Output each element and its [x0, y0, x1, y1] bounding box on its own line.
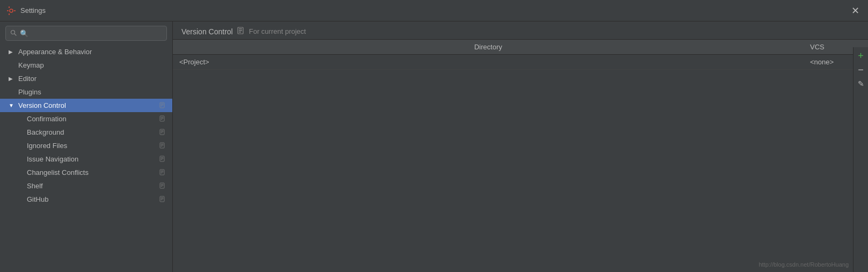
- svg-rect-17: [161, 131, 164, 132]
- search-input[interactable]: [20, 30, 162, 38]
- sidebar-label-editor: Editor: [18, 75, 37, 83]
- svg-rect-16: [161, 130, 164, 131]
- table-row[interactable]: <Project> <none>: [173, 55, 868, 70]
- sidebar-label-keymap: Keymap: [18, 61, 44, 69]
- sidebar-label-background: Background: [27, 128, 64, 136]
- content-title: Version Control: [181, 27, 233, 36]
- cell-directory: <Project>: [173, 58, 804, 66]
- svg-rect-42: [239, 32, 241, 33]
- sidebar-item-background[interactable]: Background: [0, 126, 172, 139]
- content-header: Version Control For current project: [173, 21, 868, 40]
- sidebar-item-appearance[interactable]: ▶Appearance & Behavior: [0, 45, 172, 58]
- sidebar-item-issue-navigation[interactable]: Issue Navigation: [0, 152, 172, 166]
- vc-table: Directory VCS <Project> <none>: [173, 40, 868, 272]
- svg-rect-18: [161, 133, 163, 133]
- page-icon-background: [159, 129, 166, 136]
- svg-rect-10: [161, 106, 163, 106]
- sidebar-label-appearance: Appearance & Behavior: [18, 48, 92, 56]
- page-icon-version-control: [159, 102, 166, 109]
- svg-rect-41: [239, 30, 242, 31]
- svg-rect-14: [161, 119, 163, 120]
- svg-rect-1: [9, 13, 10, 15]
- sidebar: ▶Appearance & BehaviorKeymap▶EditorPlugi…: [0, 21, 173, 272]
- svg-rect-9: [161, 105, 164, 105]
- svg-rect-12: [161, 117, 164, 117]
- svg-rect-2: [7, 10, 9, 11]
- sidebar-label-shelf: Shelf: [27, 182, 43, 190]
- svg-rect-20: [161, 144, 164, 144]
- svg-rect-24: [161, 157, 164, 158]
- svg-rect-30: [161, 173, 163, 173]
- svg-rect-3: [14, 10, 16, 11]
- window-title: Settings: [20, 6, 46, 14]
- watermark: http://blog.csdn.net/RobertoHuang: [758, 261, 849, 268]
- search-box[interactable]: [5, 26, 167, 41]
- sidebar-item-editor[interactable]: ▶Editor: [0, 72, 172, 85]
- page-icon-confirmation: [159, 115, 166, 123]
- svg-rect-37: [161, 199, 164, 199]
- content-header-icon: [237, 27, 245, 36]
- svg-rect-38: [161, 200, 163, 200]
- sidebar-label-plugins: Plugins: [18, 88, 41, 96]
- svg-rect-13: [161, 118, 164, 119]
- sidebar-items-container: ▶Appearance & BehaviorKeymap▶EditorPlugi…: [0, 45, 172, 206]
- main-layout: ▶Appearance & BehaviorKeymap▶EditorPlugi…: [0, 21, 868, 272]
- svg-rect-8: [161, 104, 164, 104]
- svg-rect-22: [161, 146, 163, 146]
- close-button[interactable]: ✕: [849, 4, 862, 17]
- svg-rect-36: [161, 197, 164, 198]
- page-icon-github: [159, 196, 166, 203]
- svg-rect-26: [161, 159, 163, 160]
- sidebar-item-github[interactable]: GitHub: [0, 193, 172, 206]
- arrow-icon-version-control: ▼: [9, 102, 15, 108]
- sidebar-item-ignored-files[interactable]: Ignored Files: [0, 139, 172, 152]
- remove-button[interactable]: −: [855, 63, 867, 76]
- sidebar-item-keymap[interactable]: Keymap: [0, 58, 172, 72]
- svg-rect-29: [161, 172, 164, 172]
- page-icon-shelf: [159, 182, 166, 190]
- sidebar-item-plugins[interactable]: Plugins: [0, 85, 172, 99]
- content-area: Version Control For current project Dire…: [173, 21, 868, 272]
- sidebar-label-issue-navigation: Issue Navigation: [27, 155, 78, 163]
- page-icon-issue-navigation: [159, 156, 166, 163]
- table-header: Directory VCS: [173, 40, 868, 55]
- svg-rect-21: [161, 145, 164, 145]
- sidebar-item-confirmation[interactable]: Confirmation: [0, 112, 172, 126]
- svg-line-6: [14, 34, 16, 35]
- page-icon-changelist-conflicts: [159, 169, 166, 177]
- sidebar-item-changelist-conflicts[interactable]: Changelist Conflicts: [0, 166, 172, 179]
- page-icon-ignored-files: [159, 142, 166, 150]
- right-toolbar: + − ✎: [853, 47, 868, 272]
- table-body: <Project> <none>: [173, 55, 868, 272]
- svg-rect-0: [9, 6, 10, 8]
- sidebar-label-ignored-files: Ignored Files: [27, 142, 67, 150]
- svg-rect-40: [239, 28, 242, 30]
- arrow-icon-editor: ▶: [9, 76, 15, 82]
- svg-point-4: [10, 9, 13, 12]
- edit-button[interactable]: ✎: [855, 77, 867, 90]
- sidebar-label-confirmation: Confirmation: [27, 115, 67, 123]
- svg-rect-32: [161, 184, 164, 185]
- sidebar-item-version-control[interactable]: ▼Version Control: [0, 99, 172, 112]
- sidebar-label-github: GitHub: [27, 195, 48, 203]
- arrow-icon-appearance: ▶: [9, 49, 15, 55]
- title-bar: Settings ✕: [0, 0, 868, 21]
- app-icon: [6, 6, 16, 16]
- svg-rect-28: [161, 171, 164, 171]
- content-subtitle: For current project: [249, 27, 306, 35]
- add-button[interactable]: +: [855, 49, 867, 62]
- sidebar-label-changelist-conflicts: Changelist Conflicts: [27, 168, 89, 177]
- svg-point-5: [11, 30, 15, 34]
- search-icon: [10, 30, 17, 38]
- svg-rect-34: [161, 186, 163, 187]
- sidebar-item-shelf[interactable]: Shelf: [0, 179, 172, 193]
- svg-rect-25: [161, 158, 164, 159]
- svg-rect-33: [161, 185, 164, 186]
- column-directory: Directory: [173, 43, 804, 51]
- sidebar-label-version-control: Version Control: [18, 101, 66, 109]
